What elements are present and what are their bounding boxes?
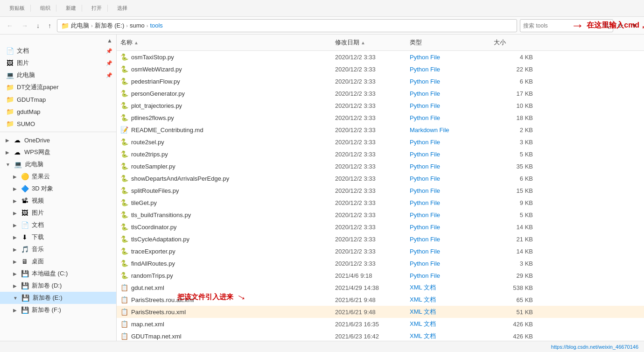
search-input[interactable] [523,22,602,29]
python-file-icon: 🐍 [120,199,128,206]
file-size-cell: 51 KB [490,308,537,317]
table-row[interactable]: 🐍 tlsCycleAdaptation.py 2020/12/2 3:33 P… [117,233,644,245]
sidebar-item-music[interactable]: ▶ 🎵 音乐 [0,243,116,255]
table-row[interactable]: 🐍 showDepartsAndArrivalsPerEdge.py 2020/… [117,172,644,184]
file-date-cell: 2020/12/2 3:33 [331,126,406,134]
file-type-cell: XML 文档 [406,282,490,293]
sidebar-item-pictures[interactable]: 🖼 图片 📌 [0,57,116,69]
file-date-cell: 2020/12/2 3:33 [331,150,406,159]
sidebar-item-docs2[interactable]: ▶ 📄 文档 [0,219,116,231]
col-header-type[interactable]: 类型 [406,36,490,49]
col-date-label: 修改日期 [335,38,359,47]
file-date-cell: 2020/12/2 3:33 [331,89,406,98]
sidebar-item-download[interactable]: ▶ ⬇ 下载 [0,231,116,243]
wps-expand-icon: ▶ [6,150,9,155]
python-file-icon: 🐍 [120,114,128,121]
table-row[interactable]: 📋 ParisStreets.rou.alt.xml 2021/6/21 9:4… [117,294,644,306]
file-type-cell: Python File [406,113,490,122]
sidebar-item-gdutmap-lower[interactable]: 📁 gdutMap [0,106,116,118]
sidebar-item-gdutmap-upper[interactable]: 📁 GDUTmap [0,93,116,106]
file-date-cell: 2020/12/2 3:33 [331,211,406,219]
sidebar-item-documents[interactable]: 📄 文档 📌 [0,45,116,57]
table-row[interactable]: 🐍 tls_buildTransitions.py 2020/12/2 3:33… [117,209,644,221]
file-name: ParisStreets.rou.alt.xml [131,296,194,303]
file-date-cell: 2020/12/2 3:33 [331,186,406,195]
toolbar-open-section: 打开 [86,5,108,12]
table-row[interactable]: 🐍 randomTrips.py 2021/4/6 9:18 Python Fi… [117,269,644,282]
table-row[interactable]: 🐍 route2sel.py 2020/12/2 3:33 Python Fil… [117,136,644,148]
sidebar-item-3d[interactable]: ▶ 🔷 3D 对象 [0,183,116,195]
sidebar-item-drive-e[interactable]: ▼ 💾 新加卷 (E:) [0,292,116,304]
file-type-cell: Python File [406,198,490,207]
sidebar-item-sumo[interactable]: 📁 SUMO [0,118,116,130]
file-type-cell: Python File [406,186,490,195]
up-button[interactable]: ↓ [34,20,42,31]
file-name-cell: 🐍 randomTrips.py [117,271,331,280]
sidebar-item-desktop[interactable]: ▶ 🖥 桌面 [0,255,116,268]
table-row[interactable]: 🐍 tlsCoordinator.py 2020/12/2 3:33 Pytho… [117,221,644,233]
file-name-cell: 📋 gdut.net.xml [117,283,331,292]
table-row[interactable]: 📋 gdut.net.xml 2021/4/29 14:38 XML 文档 53… [117,282,644,294]
sidebar-item-thispc-quick[interactable]: 💻 此电脑 📌 [0,69,116,81]
forward-button[interactable]: → [19,20,31,31]
sidebar-item-video[interactable]: ▶ 📽 视频 [0,195,116,207]
dt-traffic-icon: 📁 [6,84,14,91]
table-row[interactable]: 🐍 routeSampler.py 2020/12/2 3:33 Python … [117,160,644,172]
drive-d-expand-icon: ▶ [13,283,17,289]
onedrive-expand-icon: ▶ [6,138,9,143]
sidebar-scroll-up[interactable]: ▲ [107,37,112,44]
toolbar-new-section: 新建 [60,5,82,12]
file-size-cell: 15 KB [490,186,537,195]
file-date-cell: 2021/6/21 9:48 [331,296,406,304]
file-type-cell: Python File [406,174,490,183]
xml-file-icon: 📋 [120,284,128,291]
docs2-icon: 📄 [21,221,29,229]
sidebar-item-drive-d[interactable]: ▶ 💾 新加卷 (D:) [0,280,116,292]
table-row[interactable]: 🐍 osmTaxiStop.py 2020/12/2 3:33 Python F… [117,51,644,63]
table-row[interactable]: 🐍 traceExporter.py 2020/12/2 3:33 Python… [117,245,644,257]
refresh-button[interactable]: ⟳ [616,20,625,31]
jiguo-expand-icon: ▶ [13,174,17,179]
file-name-cell: 📋 ParisStreets.rou.alt.xml [117,295,331,304]
file-type-cell: Python File [406,211,490,219]
path-segment-e: 新加卷 (E:) [95,21,125,30]
search-box[interactable]: 🔍 [520,19,613,32]
sidebar-item-onedrive[interactable]: ▶ ☁ OneDrive [0,134,116,146]
table-row[interactable]: 📋 GDUTmap.net.xml 2021/6/23 16:42 XML 文档… [117,330,644,341]
table-row[interactable]: 🐍 pedestrianFlow.py 2020/12/2 3:33 Pytho… [117,75,644,87]
table-row[interactable]: 🐍 findAllRoutes.py 2020/12/2 3:33 Python… [117,257,644,269]
dropdown-button[interactable]: ▼ [628,20,640,31]
table-row[interactable]: 🐍 plot_trajectories.py 2020/12/2 3:33 Py… [117,99,644,112]
sidebar-item-dt-traffic[interactable]: 📁 DT交通流paper [0,81,116,93]
table-row[interactable]: 📋 ParisStreets.rou.xml 2021/6/21 9:48 XM… [117,306,644,318]
sidebar-item-pic2[interactable]: ▶ 🖼 图片 [0,207,116,219]
table-row[interactable]: 🐍 osmWebWizard.py 2020/12/2 3:33 Python … [117,63,644,75]
file-size-cell: 426 KB [490,332,537,341]
back-button[interactable]: ← [4,20,16,31]
sidebar-item-wps[interactable]: ▶ ☁ WPS网盘 [0,146,116,158]
desktop-icon: 🖥 [21,258,29,265]
sidebar-item-jiguo[interactable]: ▶ 🟡 坚果云 [0,170,116,183]
table-row[interactable]: 🐍 personGenerator.py 2020/12/2 3:33 Pyth… [117,87,644,99]
file-date-cell: 2020/12/2 3:33 [331,101,406,110]
table-row[interactable]: 🐍 ptlines2flows.py 2020/12/2 3:33 Python… [117,112,644,124]
table-row[interactable]: 🐍 splitRouteFiles.py 2020/12/2 3:33 Pyth… [117,184,644,197]
file-name: tlsCycleAdaptation.py [131,236,189,243]
col-header-name[interactable]: 名称 ▲ [117,36,331,49]
address-path[interactable]: 📁 此电脑 › 新加卷 (E:) › sumo › tools [57,19,517,32]
toolbar-clipboard-label: 剪贴板 [9,5,25,12]
table-row[interactable]: 📋 map.net.xml 2021/6/23 16:35 XML 文档 426… [117,318,644,330]
table-row[interactable]: 🐍 tileGet.py 2020/12/2 3:33 Python File … [117,197,644,209]
table-row[interactable]: 📝 README_Contributing.md 2020/12/2 3:33 … [117,124,644,136]
sidebar-item-thispc-nav[interactable]: ▼ 💻 此电脑 [0,158,116,170]
python-file-icon: 🐍 [120,235,128,243]
table-row[interactable]: 🐍 route2trips.py 2020/12/2 3:33 Python F… [117,148,644,160]
sidebar-item-drive-f[interactable]: ▶ 💾 新加卷 (F:) [0,304,116,316]
search-icon: 🔍 [602,22,610,29]
python-file-icon: 🐍 [120,77,128,85]
file-name-cell: 🐍 osmTaxiStop.py [117,52,331,62]
col-header-date[interactable]: 修改日期 ▲ [331,36,406,49]
col-header-size[interactable]: 大小 [490,36,537,49]
parent-button[interactable]: ↑ [45,20,54,31]
sidebar-item-local-c[interactable]: ▶ 💾 本地磁盘 (C:) [0,268,116,280]
